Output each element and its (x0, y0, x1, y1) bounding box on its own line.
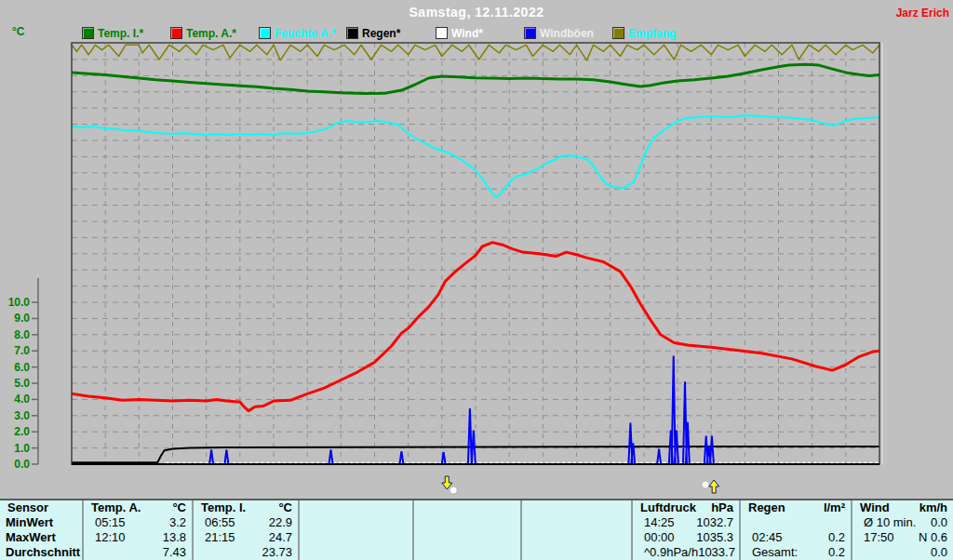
panel-column-empty (298, 500, 412, 560)
panel-cell-right: 0.2 (828, 530, 851, 545)
set-marker-dot-icon (450, 487, 457, 494)
panel-cell-left: ^0.9hPa/h (633, 545, 698, 560)
panel-cell-left (300, 515, 311, 530)
panel-cell-right: l/m² (824, 500, 851, 515)
panel-column-empty (520, 500, 631, 560)
panel-cell-left: Durchschnitt (0, 545, 80, 560)
panel-cell-left: Wind (852, 500, 890, 515)
panel-cell-left: 21:15 (194, 530, 235, 545)
panel-cell-right: °C (172, 500, 192, 515)
panel-row (300, 545, 412, 560)
panel-row (300, 515, 412, 530)
panel-cell-left (522, 530, 533, 545)
panel-row (300, 500, 412, 515)
panel-cell-left: 05:15 (84, 515, 126, 530)
panel-cell-right: km/h (919, 500, 953, 515)
panel-cell-left: Luftdruck (633, 500, 696, 515)
panel-cell-left (414, 530, 425, 545)
panel-cell-left: Sensor (0, 500, 48, 515)
y-axis-tick-label: 1.0 (14, 442, 30, 455)
panel-row (414, 500, 520, 515)
rise-marker-arrow-up-icon (709, 480, 719, 493)
panel-row: Durchschnitt (0, 545, 82, 560)
panel-row (414, 515, 520, 530)
panel-row (300, 530, 412, 545)
panel-cell-right: 1032.7 (696, 515, 739, 530)
panel-row: LuftdruckhPa (633, 500, 739, 515)
panel-column-empty (412, 500, 520, 560)
panel-cell-left: 12:10 (84, 530, 126, 545)
panel-row: 7.43 (84, 545, 192, 560)
panel-cell-left: MinWert (0, 515, 53, 530)
panel-row: Sensor (0, 500, 82, 515)
panel-column-tempa: Temp. A.°C05:153.212:1013.87.43 (82, 500, 192, 560)
panel-cell-left (414, 515, 425, 530)
panel-cell-right: 1035.3 (696, 530, 739, 545)
y-axis-tick-label: 9.0 (14, 312, 30, 325)
panel-row: 02:450.2 (741, 530, 851, 545)
set-marker-arrow-down-icon (442, 476, 452, 489)
panel-cell-left: Temp. A. (84, 500, 141, 515)
panel-column-tempi: Temp. I.°C06:5522.921:1524.723.73 (192, 500, 298, 560)
panel-cell-right: 1033.7 (698, 545, 741, 560)
panel-row: ^0.9hPa/h1033.7 (633, 545, 739, 560)
y-axis-tick-label: 2.0 (14, 425, 30, 438)
panel-row: MaxWert (0, 530, 82, 545)
panel-row: Regenl/m² (741, 500, 851, 515)
panel-row (741, 515, 851, 530)
y-axis-tick-label: 6.0 (14, 361, 30, 374)
panel-cell-right: 7.43 (163, 545, 192, 560)
panel-cell-left: MaxWert (0, 530, 56, 545)
y-axis-tick-label: 5.0 (14, 377, 30, 390)
panel-cell-left (414, 545, 425, 560)
panel-row: 06:5522.9 (194, 515, 298, 530)
panel-cell-right: 24.7 (269, 530, 298, 545)
stats-panel: SensorMinWertMaxWertDurchschnittTemp. A.… (0, 499, 953, 560)
panel-row: Ø 10 min.0.0 (852, 515, 953, 530)
weather-app-window: Samstag, 12.11.2022 Jarz Erich °C Temp. … (0, 0, 953, 560)
panel-cell-right: 3.2 (169, 515, 192, 530)
panel-cell-right: 0.0 (931, 515, 953, 530)
y-axis-tick-label: 3.0 (14, 409, 30, 422)
y-axis-tick-label: 8.0 (14, 328, 30, 341)
rise-marker-dot-icon (702, 481, 709, 488)
panel-cell-left: 06:55 (194, 515, 235, 530)
panel-row: 21:1524.7 (194, 530, 298, 545)
y-axis-tick-label: 4.0 (14, 393, 30, 406)
panel-cell-right: °C (278, 500, 298, 515)
panel-row (414, 530, 520, 545)
panel-cell-left: 14:25 (633, 515, 675, 530)
panel-row: 05:153.2 (84, 515, 192, 530)
panel-row: 23.73 (194, 545, 298, 560)
panel-row (522, 515, 631, 530)
panel-cell-right: 23.73 (262, 545, 298, 560)
panel-cell-left: Regen (741, 500, 785, 515)
panel-cell-left (522, 500, 530, 515)
y-axis-tick-label: 0.0 (14, 458, 30, 471)
panel-cell-left (300, 530, 311, 545)
panel-cell-left: 00:00 (633, 530, 675, 545)
panel-cell-left: Ø 10 min. (852, 515, 916, 530)
panel-column-wind: Windkm/hØ 10 min.0.017:50N 0.60.0 (851, 500, 953, 560)
panel-cell-left (300, 545, 311, 560)
panel-cell-left: 02:45 (741, 530, 783, 545)
panel-cell-right: 22.9 (269, 515, 298, 530)
panel-cell-right: 0.0 (931, 545, 953, 560)
panel-cell-right: 13.8 (163, 530, 192, 545)
panel-cell-left: Temp. I. (194, 500, 246, 515)
panel-cell-left (522, 515, 533, 530)
panel-row (522, 500, 631, 515)
panel-row: 17:50N 0.6 (852, 530, 953, 545)
panel-cell-left: 17:50 (852, 530, 894, 545)
panel-row (522, 530, 631, 545)
weather-chart: 10.09.08.07.06.05.04.03.02.01.00.0 (0, 0, 953, 499)
panel-row: Gesamt:0.2 (741, 545, 851, 560)
panel-cell-right: hPa (711, 500, 739, 515)
panel-row (414, 545, 520, 560)
panel-column-sensor: SensorMinWertMaxWertDurchschnitt (0, 500, 82, 560)
panel-row (522, 545, 631, 560)
panel-cell-left (300, 500, 307, 515)
panel-row: 14:251032.7 (633, 515, 739, 530)
panel-row: Temp. I.°C (194, 500, 298, 515)
panel-column-luftdruck: LuftdruckhPa14:251032.700:001035.3^0.9hP… (631, 500, 739, 560)
